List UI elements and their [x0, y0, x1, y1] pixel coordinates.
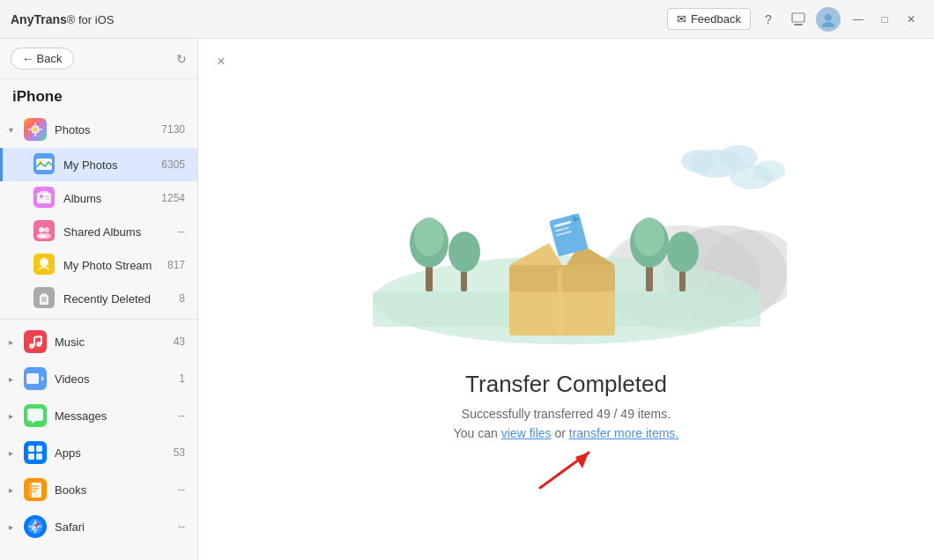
- separator-1: [0, 319, 197, 320]
- sidebar-item-safari[interactable]: ▸ Safari --: [0, 508, 197, 545]
- transfer-more-link[interactable]: transfer more items.: [569, 426, 678, 440]
- svg-rect-45: [36, 446, 42, 452]
- back-label: ← Back: [22, 52, 63, 65]
- close-icon: ×: [217, 54, 225, 70]
- sidebar-item-books[interactable]: ▸ Books --: [0, 471, 197, 508]
- photos-label: Photos: [55, 123, 161, 136]
- sidebar: ← Back ↻ iPhone ▾: [0, 39, 198, 560]
- svg-point-70: [448, 232, 480, 272]
- sidebar-item-music[interactable]: ▸ Music 43: [0, 323, 197, 360]
- shared-albums-icon: [33, 220, 56, 243]
- svg-rect-47: [36, 453, 42, 460]
- svg-point-73: [634, 217, 664, 256]
- apps-label: Apps: [55, 446, 174, 460]
- user-avatar[interactable]: [816, 7, 841, 32]
- app-title: AnyTrans® for iOS: [11, 12, 114, 26]
- sidebar-item-messages[interactable]: ▸ Messages --: [0, 397, 197, 434]
- expand-arrow-safari: ▸: [9, 522, 19, 532]
- success-subtitle: Successfully transferred 49 / 49 items.: [462, 407, 671, 421]
- svg-point-80: [753, 160, 785, 181]
- svg-point-75: [667, 232, 699, 272]
- music-icon: [23, 329, 48, 354]
- success-title: Transfer Completed: [465, 371, 667, 398]
- feedback-button[interactable]: ✉ Feedback: [667, 8, 751, 30]
- videos-count: 1: [179, 372, 185, 385]
- app-name-text: AnyTrans: [11, 12, 67, 26]
- close-dialog-button[interactable]: ×: [211, 51, 232, 72]
- svg-point-78: [681, 150, 716, 173]
- sidebar-subitem-my-photos[interactable]: My Photos 6305: [0, 148, 197, 181]
- recently-deleted-count: 8: [179, 292, 185, 305]
- window-icon: [786, 7, 811, 32]
- expand-arrow-apps: ▸: [9, 448, 19, 458]
- videos-icon: [23, 366, 48, 391]
- svg-point-24: [42, 233, 51, 239]
- email-icon: ✉: [677, 12, 686, 26]
- minimize-button[interactable]: —: [846, 7, 871, 32]
- action-middle: or: [552, 426, 569, 440]
- svg-point-68: [414, 217, 444, 256]
- illustration-scene: [346, 107, 787, 353]
- sidebar-subitem-recently-deleted[interactable]: Recently Deleted 8: [0, 282, 197, 315]
- expand-arrow-photos: ▾: [9, 125, 19, 135]
- photo-stream-label: My Photo Stream: [63, 259, 167, 272]
- sidebar-subitem-albums[interactable]: Albums 1254: [0, 181, 197, 215]
- close-button[interactable]: ✕: [899, 7, 923, 32]
- svg-rect-83: [549, 213, 589, 257]
- albums-icon: [33, 187, 56, 210]
- svg-rect-87: [558, 269, 562, 331]
- view-files-link[interactable]: view files: [501, 426, 552, 440]
- messages-label: Messages: [55, 409, 178, 423]
- svg-rect-16: [40, 191, 48, 195]
- titlebar-right: ✉ Feedback ? — □ ✕: [667, 7, 923, 32]
- books-icon: [23, 477, 48, 502]
- content-area: ×: [198, 39, 934, 560]
- expand-arrow-music: ▸: [9, 337, 19, 347]
- svg-point-2: [825, 14, 832, 21]
- albums-label: Albums: [63, 192, 161, 205]
- refresh-icon[interactable]: ↻: [176, 52, 187, 66]
- svg-point-6: [33, 128, 38, 132]
- svg-point-17: [40, 195, 43, 198]
- videos-label: Videos: [55, 372, 179, 386]
- maximize-button[interactable]: □: [872, 7, 897, 32]
- sidebar-item-videos[interactable]: ▸ Videos 1: [0, 360, 197, 397]
- sidebar-item-apps[interactable]: ▸ Apps 53: [0, 434, 197, 471]
- safari-icon: [23, 514, 48, 539]
- photos-icon: [23, 117, 48, 142]
- photos-count: 7130: [161, 123, 185, 136]
- arrow-icon: [514, 444, 619, 492]
- help-button[interactable]: ?: [756, 7, 781, 32]
- svg-rect-43: [24, 441, 47, 464]
- recently-deleted-icon: [33, 287, 56, 310]
- back-button[interactable]: ← Back: [11, 48, 74, 70]
- feedback-label: Feedback: [691, 12, 741, 26]
- photo-stream-icon: [33, 254, 56, 276]
- safari-label: Safari: [55, 520, 178, 534]
- sidebar-subitem-shared-albums[interactable]: Shared Albums --: [0, 215, 197, 248]
- svg-rect-29: [41, 293, 47, 296]
- svg-point-3: [822, 22, 834, 27]
- my-photos-count: 6305: [161, 158, 185, 171]
- books-label: Books: [55, 483, 178, 497]
- music-count: 43: [174, 335, 185, 348]
- shared-albums-count: --: [178, 225, 185, 238]
- success-panel: Transfer Completed Successfully transfer…: [198, 39, 934, 560]
- transfer-complete-illustration: [346, 107, 787, 353]
- expand-arrow-messages: ▸: [9, 411, 19, 421]
- window-controls: — □ ✕: [846, 7, 923, 32]
- my-photos-icon: [33, 153, 56, 176]
- music-label: Music: [55, 335, 174, 349]
- svg-line-38: [34, 336, 41, 337]
- svg-point-26: [40, 258, 48, 267]
- photo-stream-count: 817: [167, 259, 185, 271]
- arrow-container: [514, 444, 619, 492]
- success-action: You can view files or transfer more item…: [454, 426, 679, 440]
- sidebar-subitem-photo-stream[interactable]: My Photo Stream 817: [0, 248, 197, 282]
- svg-rect-44: [28, 446, 34, 452]
- expand-arrow-books: ▸: [9, 485, 19, 495]
- books-count: --: [178, 483, 185, 496]
- sidebar-item-photos[interactable]: ▾: [0, 111, 197, 148]
- apps-icon: [23, 440, 48, 465]
- app-suffix-text: ® for iOS: [67, 13, 115, 26]
